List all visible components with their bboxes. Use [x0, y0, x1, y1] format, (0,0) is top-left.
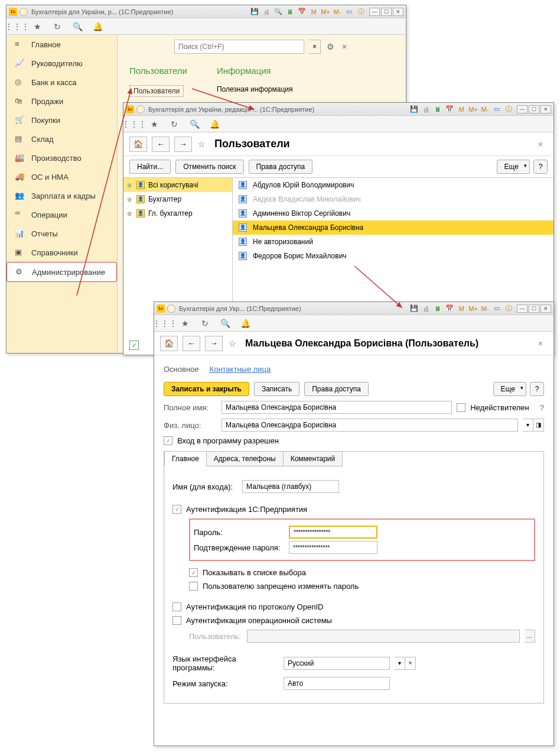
expand-icon[interactable]: ⊕ — [127, 182, 133, 189]
star-outline-icon[interactable]: ☆ — [227, 339, 237, 348]
cancel-search-button[interactable]: Отменить поиск — [175, 160, 243, 174]
search-icon[interactable]: 🔍 — [73, 22, 82, 31]
print-icon[interactable]: 🖨 — [262, 7, 271, 17]
find-button[interactable]: Найти... — [129, 160, 171, 174]
close-button[interactable]: ✕ — [541, 304, 551, 313]
maximize-button[interactable]: ☐ — [529, 304, 539, 313]
tree-item-chief[interactable]: ⊕👤Гл. бухгалтер — [123, 206, 232, 221]
tab-main[interactable]: Главное — [164, 451, 207, 466]
fullname-input[interactable] — [222, 401, 452, 414]
nav-refs[interactable]: ▣Справочники — [6, 243, 117, 262]
user-row[interactable]: 👤Федоров Борис Михайлович — [233, 249, 554, 263]
os-auth-checkbox[interactable] — [172, 616, 181, 625]
mminus-icon[interactable]: M- — [480, 105, 490, 114]
dropdown-icon[interactable] — [167, 304, 175, 313]
mplus-icon[interactable]: M+ — [468, 304, 478, 313]
tab-main-link[interactable]: Основное — [164, 365, 199, 374]
invalid-checkbox[interactable] — [457, 403, 465, 412]
open-button[interactable]: ◨ — [533, 419, 544, 432]
tab-contacts-link[interactable]: Контактные лица — [210, 365, 271, 374]
info-icon[interactable]: ⓘ — [504, 105, 513, 114]
history-icon[interactable]: ↻ — [170, 119, 179, 129]
user-row-selected[interactable]: 👤Мальцева Олександра Борисівна — [233, 221, 554, 235]
nav-bank[interactable]: ◎Банк и касса — [6, 73, 117, 92]
close-page-button[interactable]: × — [533, 140, 548, 149]
minimize-button[interactable]: — — [517, 304, 528, 313]
rights-button[interactable]: Права доступа — [304, 382, 369, 396]
save-button[interactable]: Записать — [254, 382, 299, 396]
home-button[interactable]: 🏠 — [160, 336, 178, 351]
maximize-button[interactable]: ☐ — [529, 105, 539, 114]
maximize-button[interactable]: ☐ — [381, 8, 392, 16]
star-icon[interactable]: ★ — [149, 119, 159, 129]
panel-icon[interactable]: ▭ — [492, 304, 502, 313]
rights-button[interactable]: Права доступа — [249, 160, 313, 174]
history-icon[interactable]: ↻ — [200, 319, 210, 328]
calc-icon[interactable]: 🖩 — [285, 7, 295, 17]
nav-warehouse[interactable]: ▤Склад — [6, 129, 117, 148]
close-button[interactable]: ✕ — [393, 8, 403, 16]
close-page-button[interactable]: × — [533, 339, 548, 348]
help-button[interactable]: ? — [530, 382, 544, 396]
star-icon[interactable]: ★ — [180, 319, 190, 328]
info-link[interactable]: Полезная информация — [217, 85, 293, 93]
nav-main[interactable]: ≡Главное — [6, 35, 117, 54]
checkbox-footer[interactable]: ✓ — [129, 341, 139, 350]
m-icon[interactable]: M — [457, 304, 466, 313]
login-input[interactable] — [242, 480, 339, 493]
save-icon[interactable]: 💾 — [409, 304, 419, 313]
save-close-button[interactable]: Записать и закрыть — [164, 382, 249, 396]
close-button[interactable]: ✕ — [541, 105, 551, 114]
minimize-button[interactable]: — — [369, 8, 380, 16]
user-row[interactable]: 👤Не авторизований — [233, 235, 554, 249]
dropdown-button[interactable]: ▾ — [395, 657, 405, 670]
star-icon[interactable]: ★ — [32, 22, 42, 31]
panel-icon[interactable]: ▭ — [492, 105, 502, 114]
m-icon[interactable]: M — [309, 7, 318, 17]
nav-sales[interactable]: 🛍Продажи — [6, 92, 117, 111]
m-icon[interactable]: M — [457, 105, 466, 114]
person-input[interactable] — [222, 419, 518, 432]
help-button[interactable]: ? — [533, 160, 548, 174]
auth-1c-checkbox[interactable]: ✓ — [172, 505, 181, 514]
users-link[interactable]: Пользователи — [129, 85, 184, 97]
info-icon[interactable]: ⓘ — [504, 304, 513, 313]
tool-icon[interactable]: 🖩 — [433, 105, 442, 114]
mplus-icon[interactable]: M+ — [468, 105, 478, 114]
print-icon[interactable]: 🖨 — [421, 304, 431, 313]
nav-hr[interactable]: 👥Зарплата и кадры — [6, 186, 117, 205]
nav-reports[interactable]: 📊Отчеты — [6, 224, 117, 243]
search-icon[interactable]: 🔍 — [190, 119, 199, 129]
save-icon[interactable]: 💾 — [409, 105, 419, 114]
tab-address[interactable]: Адреса, телефоны — [206, 451, 284, 466]
save-icon[interactable]: 💾 — [250, 7, 259, 17]
help-link[interactable]: ? — [540, 403, 544, 412]
calendar-icon[interactable]: 📅 — [445, 105, 454, 114]
dropdown-icon[interactable] — [19, 8, 28, 16]
clear-search-button[interactable]: × — [309, 40, 321, 54]
mode-input[interactable] — [284, 677, 390, 690]
bell-icon[interactable]: 🔔 — [210, 119, 219, 129]
apps-icon[interactable]: ⋮⋮⋮ — [12, 22, 22, 31]
apps-icon[interactable]: ⋮⋮⋮ — [129, 119, 139, 129]
panel-icon[interactable]: ▭ — [344, 7, 354, 17]
forward-button[interactable]: → — [174, 137, 192, 152]
home-button[interactable]: 🏠 — [129, 137, 147, 152]
back-button[interactable]: ← — [152, 137, 170, 152]
search-icon[interactable]: 🔍 — [220, 319, 230, 328]
search-input[interactable] — [174, 40, 304, 54]
nav-manager[interactable]: 📈Руководителю — [6, 54, 117, 73]
user-row[interactable]: 👤Авдєєв Владислав Миколайович — [233, 192, 554, 206]
expand-icon[interactable]: ⊕ — [127, 210, 133, 217]
apps-icon[interactable]: ⋮⋮⋮ — [160, 319, 170, 328]
nav-purchases[interactable]: 🛒Покупки — [6, 111, 117, 129]
nav-operations[interactable]: ᵈᵏОперации — [6, 205, 117, 224]
password-confirm-input[interactable] — [289, 541, 377, 554]
mplus-icon[interactable]: M+ — [321, 7, 330, 17]
bell-icon[interactable]: 🔔 — [240, 319, 250, 328]
forward-button[interactable]: → — [205, 336, 223, 351]
minimize-button[interactable]: — — [517, 105, 528, 114]
more-button[interactable]: Еще — [493, 382, 526, 396]
history-icon[interactable]: ↻ — [53, 22, 62, 31]
user-row[interactable]: 👤Абдулов Юрій Володимирович — [233, 178, 554, 192]
